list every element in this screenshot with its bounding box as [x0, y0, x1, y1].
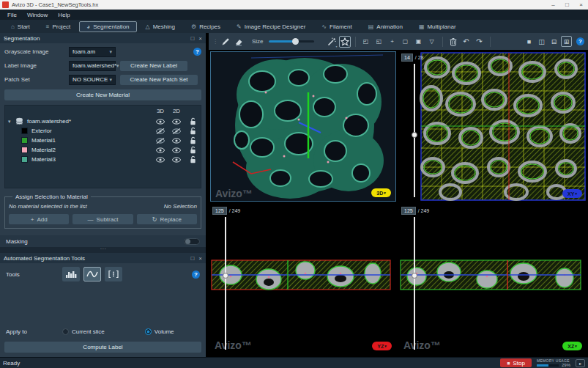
visibility-3d-icon[interactable]: [152, 157, 168, 163]
menu-help[interactable]: Help: [53, 12, 75, 18]
lock-icon[interactable]: [185, 155, 201, 163]
slice-slider[interactable]: [414, 64, 415, 197]
brush-size-slider[interactable]: [269, 40, 314, 43]
layout-single-view-button[interactable]: ■: [524, 36, 535, 47]
lock-icon[interactable]: [185, 136, 201, 144]
tab-segmentation[interactable]: ◕ Segmentation: [79, 21, 136, 32]
duplicate-selection-button[interactable]: ◰: [360, 36, 372, 48]
viewport-xz[interactable]: Avizo™ 125 / 249 XZ▾: [399, 205, 587, 354]
tab-start[interactable]: ⌂ Start: [4, 21, 37, 32]
curve-tool-button[interactable]: [83, 267, 101, 281]
help-icon[interactable]: ?: [193, 48, 201, 56]
smooth-labels-button[interactable]: ▽: [426, 36, 438, 48]
slider-handle[interactable]: [292, 38, 299, 45]
create-new-material-button[interactable]: Create New Material: [4, 89, 201, 100]
table-row-material1[interactable]: Material1: [5, 136, 201, 145]
visibility-3d-icon[interactable]: [152, 119, 168, 125]
fill-holes-button[interactable]: ▢: [400, 36, 412, 48]
visibility-3d-off-icon[interactable]: [152, 138, 168, 144]
label-image-select[interactable]: foam.watershed* ▾: [69, 61, 116, 71]
shrink-selection-button[interactable]: +: [387, 36, 398, 48]
table-row-material3[interactable]: Material3: [5, 155, 201, 164]
lock-icon[interactable]: [185, 146, 201, 154]
layout-two-columns-button[interactable]: ◫: [536, 36, 547, 47]
drag-handle-icon[interactable]: ⋮: [212, 38, 218, 45]
tab-recipes[interactable]: ⚙ Recipes: [184, 21, 228, 32]
replace-button[interactable]: ↻ Replace: [137, 214, 197, 224]
float-panel-icon[interactable]: □: [190, 255, 194, 262]
layout-two-rows-button[interactable]: ⊟: [548, 36, 559, 47]
panel-splitter[interactable]: ⋯: [0, 247, 206, 253]
viewport-yz[interactable]: Avizo™ 125 / 249 YZ▾: [210, 205, 396, 354]
stop-button[interactable]: ■ Stop: [500, 358, 532, 367]
tab-image-recipe-designer[interactable]: ✎ Image Recipe Designer: [229, 21, 313, 32]
visibility-2d-icon[interactable]: [168, 147, 185, 153]
table-row-foam-watershed[interactable]: ▾ foam.watershed*: [5, 117, 201, 126]
help-icon[interactable]: ?: [192, 271, 200, 279]
color-swatch[interactable]: [21, 128, 28, 134]
slice-slider[interactable]: [414, 217, 415, 350]
eraser-tool-button[interactable]: [233, 36, 245, 48]
twisty-icon[interactable]: ▾: [8, 119, 15, 125]
patch-set-select[interactable]: NO SOURCE ▾: [69, 75, 116, 85]
add-button[interactable]: + Add: [9, 214, 69, 224]
color-swatch[interactable]: [21, 156, 28, 163]
masking-toggle[interactable]: [184, 238, 200, 245]
lasso-tool-button[interactable]: ▾: [339, 36, 351, 48]
tab-animation[interactable]: ▤ Animation: [361, 21, 410, 32]
slice-slider[interactable]: [225, 217, 226, 350]
grow-selection-button[interactable]: ◱: [373, 36, 385, 48]
view-axis-badge-xz[interactable]: XZ▾: [562, 342, 582, 350]
tab-meshing[interactable]: △ Meshing: [138, 21, 182, 32]
minimize-button[interactable]: –: [546, 0, 560, 10]
clear-selection-button[interactable]: [447, 36, 459, 48]
tab-project[interactable]: ≡ Project: [39, 21, 78, 32]
lock-icon[interactable]: [185, 127, 201, 135]
help-icon[interactable]: ?: [576, 37, 584, 45]
color-swatch[interactable]: [21, 137, 28, 144]
brush-tool-button[interactable]: [220, 36, 231, 48]
slice-number[interactable]: 125: [212, 207, 227, 215]
tab-filament[interactable]: ∿ Filament: [314, 21, 359, 32]
visibility-2d-icon[interactable]: [168, 138, 185, 144]
slice-number[interactable]: 14: [401, 54, 413, 62]
visibility-2d-off-icon[interactable]: [168, 128, 185, 134]
bracket-tool-button[interactable]: [105, 267, 122, 281]
remove-islands-button[interactable]: ▣: [413, 36, 425, 48]
radio-volume[interactable]: Volume: [145, 328, 174, 335]
float-panel-icon[interactable]: □: [190, 35, 194, 42]
console-button[interactable]: ▸: [576, 359, 585, 367]
create-new-label-button[interactable]: Create New Label: [120, 61, 187, 71]
subtract-button[interactable]: — Subtract: [72, 214, 133, 224]
menu-window[interactable]: Window: [22, 12, 53, 18]
close-panel-icon[interactable]: ×: [198, 35, 202, 42]
color-swatch[interactable]: [21, 147, 28, 153]
magic-wand-tool-button[interactable]: ▾: [326, 36, 338, 48]
menu-file[interactable]: File: [2, 12, 22, 18]
slider-handle[interactable]: [412, 273, 417, 279]
grayscale-image-select[interactable]: foam.am ▾: [69, 47, 116, 57]
tab-multiplanar[interactable]: ▦ Multiplanar: [412, 21, 464, 32]
redo-button[interactable]: ↷: [474, 36, 485, 48]
threshold-tool-button[interactable]: [62, 267, 80, 281]
slider-handle[interactable]: [223, 273, 228, 279]
close-panel-icon[interactable]: ×: [198, 255, 202, 262]
table-row-exterior[interactable]: Exterior: [5, 126, 201, 136]
visibility-2d-icon[interactable]: [168, 157, 185, 163]
visibility-3d-off-icon[interactable]: [152, 128, 168, 134]
viewport-3d[interactable]: Avizo™ 3D▾: [210, 51, 396, 202]
table-row-material2[interactable]: Material2: [5, 145, 201, 155]
visibility-3d-icon[interactable]: [152, 147, 168, 153]
lock-icon[interactable]: [185, 117, 201, 125]
close-button[interactable]: ×: [574, 0, 588, 10]
slider-handle[interactable]: [412, 132, 417, 138]
viewport-xy[interactable]: 14 / 28 XY▾: [399, 51, 587, 202]
view-axis-badge-yz[interactable]: YZ▾: [372, 342, 392, 350]
compute-label-button[interactable]: Compute Label: [4, 342, 201, 353]
view-axis-badge-3d[interactable]: 3D▾: [371, 188, 391, 197]
undo-button[interactable]: ↶: [461, 36, 472, 48]
visibility-2d-icon[interactable]: [168, 119, 185, 125]
view-axis-badge-xy[interactable]: XY▾: [562, 189, 582, 198]
maximize-button[interactable]: □: [560, 0, 574, 10]
radio-current-slice[interactable]: Current slice: [62, 328, 105, 335]
